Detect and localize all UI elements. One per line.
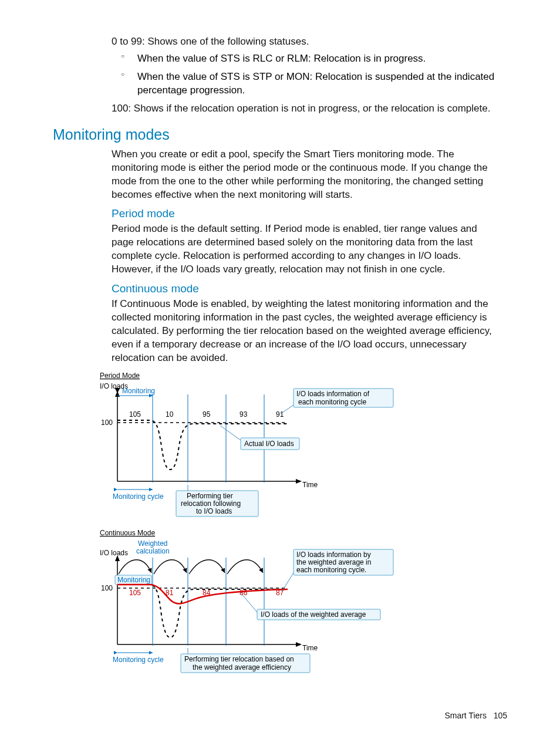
period-val-3: 93 xyxy=(239,410,248,418)
cont-weighted-2: calculation xyxy=(136,547,170,555)
period-perform-1: Performing tier xyxy=(187,492,233,500)
period-callout-1a: I/O loads information of xyxy=(296,390,370,398)
status-item-1: When the value of STS is RLC or RLM: Rel… xyxy=(121,52,501,66)
continuous-mode-para: If Continuous Mode is enabled, by weight… xyxy=(112,298,501,365)
footer-section: Smart Tiers xyxy=(444,711,487,720)
monitoring-modes-para: When you create or edit a pool, specify … xyxy=(112,148,501,202)
period-val-2: 95 xyxy=(203,410,211,418)
modes-figure: Period Mode I/O loads Time 100 xyxy=(94,370,507,677)
svg-marker-3 xyxy=(296,479,302,484)
cont-ylabel: I/O loads xyxy=(100,549,128,557)
heading-period-mode: Period mode xyxy=(112,207,507,220)
svg-line-28 xyxy=(282,573,294,592)
cont-weighted-avg-label: I/O loads of the weighted average xyxy=(261,610,366,619)
status-range-text: 0 to 99: Shows one of the following stat… xyxy=(112,35,501,49)
cont-val-0: 105 xyxy=(129,589,141,597)
period-mode-chart: Period Mode I/O loads Time 100 xyxy=(100,372,393,517)
svg-line-13 xyxy=(220,426,241,440)
period-perform-3: to I/O loads xyxy=(196,507,232,515)
cont-ref-100: 100 xyxy=(101,584,113,592)
cont-callout-1a: I/O loads information by xyxy=(296,551,371,559)
cont-xlabel: Time xyxy=(302,644,318,652)
footer-page: 105 xyxy=(494,711,507,720)
cont-callout-1b: the weighted average in xyxy=(296,558,371,566)
period-val-0: 105 xyxy=(129,410,141,418)
period-val-1: 10 xyxy=(166,410,174,418)
period-actual-label: Actual I/O loads xyxy=(244,440,294,448)
period-ref-100: 100 xyxy=(101,418,113,427)
svg-line-30 xyxy=(241,593,257,612)
period-xlabel: Time xyxy=(302,481,318,489)
period-callout-1b: each monitoring cycle xyxy=(298,398,366,406)
heading-monitoring-modes: Monitoring modes xyxy=(53,126,507,143)
cont-monitoring-label: Monitoring xyxy=(117,576,150,584)
page-footer: Smart Tiers 105 xyxy=(444,711,507,720)
cont-weighted-1: Weighted xyxy=(138,539,167,548)
cont-title: Continuous Mode xyxy=(100,529,155,537)
status-list: When the value of STS is RLC or RLM: Rel… xyxy=(112,52,501,97)
period-title: Period Mode xyxy=(100,372,140,380)
heading-continuous-mode: Continuous mode xyxy=(112,282,507,295)
svg-line-11 xyxy=(281,405,294,414)
continuous-mode-chart: Continuous Mode I/O loads Weighted calcu… xyxy=(100,529,393,673)
status-100-text: 100: Shows if the relocation operation i… xyxy=(112,102,501,116)
period-perform-2: relocation following xyxy=(181,499,241,508)
cont-perform-1: Performing tier relocation based on xyxy=(184,655,294,663)
period-monitoring-cycle: Monitoring cycle xyxy=(113,492,164,501)
period-val-4: 91 xyxy=(276,410,284,418)
status-item-2: When the value of STS is STP or MON: Rel… xyxy=(121,70,501,97)
cont-callout-1c: each monitoring cycle. xyxy=(296,566,366,574)
period-monitoring-label: Monitoring xyxy=(122,387,155,395)
svg-marker-20 xyxy=(296,642,302,647)
period-mode-para: Period mode is the default setting. If P… xyxy=(112,222,501,276)
cont-perform-2: the weighted average efficiency xyxy=(193,663,291,671)
cont-monitoring-cycle: Monitoring cycle xyxy=(113,656,164,664)
